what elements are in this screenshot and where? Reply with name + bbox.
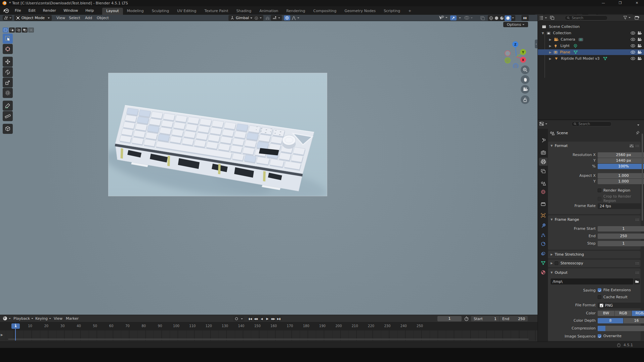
tab-scripting[interactable]: Scripting xyxy=(380,8,404,15)
axis-neg-y-ball[interactable] xyxy=(505,58,510,63)
shading-rendered-button[interactable] xyxy=(505,15,511,21)
playback-menu[interactable]: Playback xyxy=(13,316,33,321)
pause-button[interactable]: ▮▮ xyxy=(521,15,529,21)
proportional-editing-toggle[interactable] xyxy=(284,15,290,20)
tool-cursor[interactable] xyxy=(3,44,13,54)
selectability-visibility-dropdown[interactable] xyxy=(439,15,447,20)
outliner-row-collection[interactable]: ▼ Collection xyxy=(538,30,644,36)
outliner-search[interactable] xyxy=(565,15,608,20)
expand-chevron-icon[interactable]: ▶ xyxy=(549,51,552,54)
panel-drag-dots[interactable] xyxy=(635,145,639,147)
shading-material-preview-button[interactable] xyxy=(499,15,505,21)
panel-frame-range-header[interactable]: ▼Frame Range xyxy=(551,217,579,222)
expand-chevron-icon[interactable]: ▶ xyxy=(549,38,552,41)
menu-render[interactable]: Render xyxy=(39,8,60,13)
panel-drag-dots[interactable] xyxy=(635,218,639,221)
pin-id-icon[interactable] xyxy=(636,131,640,135)
timeline-editor-type-dropdown[interactable] xyxy=(3,316,11,321)
crop-to-render-region-row[interactable]: Crop to Render Region xyxy=(598,194,641,203)
tool-transform[interactable] xyxy=(3,88,13,98)
select-mode-new-icon[interactable] xyxy=(3,28,8,33)
panel-output-header[interactable]: ▼Output xyxy=(551,270,567,275)
collapse-chevron-icon[interactable]: ▼ xyxy=(541,32,545,35)
toggle-xray-icon[interactable] xyxy=(480,16,485,20)
tool-rotate[interactable] xyxy=(3,67,13,77)
maximize-button[interactable]: ❐ xyxy=(614,1,626,5)
pan-viewport-button[interactable] xyxy=(521,75,529,84)
format-presets-icon[interactable] xyxy=(629,144,634,148)
viewport-menu-view[interactable]: View xyxy=(56,16,65,20)
outliner-row-camera[interactable]: ▶ Camera xyxy=(538,37,644,42)
render-region-checkbox[interactable] xyxy=(598,189,601,192)
jump-to-end-button[interactable]: ▶▮ xyxy=(276,316,282,321)
select-mode-invert-icon[interactable] xyxy=(22,28,28,33)
outliner-row-riptide-full-model-v3[interactable]: ▶ Riptide Full Model v3 xyxy=(538,56,644,61)
jump-to-start-button[interactable]: ▮◀ xyxy=(248,316,253,321)
play-reverse-button[interactable]: ◀ xyxy=(259,316,264,321)
timeline-track[interactable]: ▶ xyxy=(0,330,538,341)
auto-keying-toggle[interactable] xyxy=(233,316,244,321)
tab-view-layer-icon[interactable] xyxy=(539,167,548,175)
select-mode-extend-icon[interactable] xyxy=(9,28,15,33)
shading-solid-button[interactable] xyxy=(494,15,499,21)
viewport-menu-add[interactable]: Add xyxy=(85,16,92,20)
outliner-filter-restriction-icon[interactable] xyxy=(550,16,554,20)
properties-scrollbar[interactable] xyxy=(642,134,643,221)
crop-to-render-region-checkbox[interactable] xyxy=(598,197,601,201)
frame-end-header-field[interactable]: End250 xyxy=(500,316,528,321)
tab-sculpting[interactable]: Sculpting xyxy=(148,8,173,15)
tab-modeling[interactable]: Modeling xyxy=(123,8,148,15)
compression-slider[interactable]: 15% xyxy=(598,326,644,331)
outliner-row-light[interactable]: ▶ Light xyxy=(538,43,644,49)
disable-in-renders-camera-icon[interactable] xyxy=(637,50,642,54)
outliner-filter-dropdown[interactable] xyxy=(623,16,631,19)
playhead-frame-badge[interactable]: 1 xyxy=(11,323,20,329)
snap-to-dropdown[interactable] xyxy=(271,15,282,21)
resolution-x-field[interactable]: 2560 px xyxy=(598,152,644,158)
file-extensions-checkbox[interactable] xyxy=(598,288,601,292)
file-format-dropdown[interactable]: PNG xyxy=(598,303,644,308)
color-depth-16-button[interactable]: 16 xyxy=(624,318,644,323)
cache-result-row[interactable]: Cache Result xyxy=(598,295,628,299)
tab-collection-properties-icon[interactable] xyxy=(539,200,548,208)
tab-layout[interactable]: Layout xyxy=(102,8,123,15)
tab-render-icon[interactable] xyxy=(539,148,548,156)
zoom-viewport-button[interactable] xyxy=(521,65,529,74)
timeline-expand-arrow[interactable]: ▶ xyxy=(1,333,3,337)
minimize-button[interactable]: — xyxy=(598,1,609,5)
snap-magnet-icon[interactable] xyxy=(265,16,270,20)
file-extensions-row[interactable]: File Extensions xyxy=(598,288,631,292)
panel-time-stretching[interactable]: ▶Time Stretching xyxy=(548,251,641,258)
disable-in-renders-camera-icon[interactable] xyxy=(637,44,642,48)
select-mode-subtract-icon[interactable] xyxy=(15,28,21,33)
aspect-x-field[interactable]: 1.000 xyxy=(598,173,644,178)
tool-move[interactable] xyxy=(3,57,13,67)
tab-physics-icon[interactable] xyxy=(539,240,548,248)
menu-window[interactable]: Window xyxy=(60,8,82,13)
viewport-menu-select[interactable]: Select xyxy=(69,16,80,20)
panel-format-header[interactable]: ▼Format xyxy=(551,144,568,148)
tab-particles-icon[interactable] xyxy=(539,231,548,239)
output-path-field[interactable]: /tmp\ xyxy=(551,278,633,285)
options-dropdown[interactable]: Options xyxy=(503,22,528,27)
shading-wireframe-button[interactable] xyxy=(488,15,494,21)
panel-drag-dots[interactable] xyxy=(635,262,639,265)
close-button[interactable]: ✕ xyxy=(631,1,643,5)
timeline-marker-menu[interactable]: Marker xyxy=(66,316,79,321)
tab-modifiers-icon[interactable] xyxy=(539,221,548,229)
properties-search-input[interactable] xyxy=(578,122,609,126)
show-overlays-dropdown[interactable] xyxy=(464,16,473,20)
menu-help[interactable]: Help xyxy=(82,8,97,13)
pivot-point-dropdown[interactable] xyxy=(253,15,263,21)
color-depth-8-button[interactable]: 8 xyxy=(598,318,623,323)
tab-world-icon[interactable] xyxy=(539,188,548,196)
disable-in-renders-camera-icon[interactable] xyxy=(637,31,642,35)
current-frame-field[interactable]: 1 xyxy=(437,316,462,321)
frame-end-field[interactable]: 250 xyxy=(598,234,644,239)
outliner-row-plane[interactable]: ▶ Plane xyxy=(538,49,644,55)
tab-compositing[interactable]: Compositing xyxy=(309,8,341,15)
viewport-menu-object[interactable]: Object xyxy=(97,16,109,20)
cache-result-checkbox[interactable] xyxy=(598,295,601,299)
color-bw-button[interactable]: BW xyxy=(598,311,614,316)
use-preview-range-stopwatch-icon[interactable] xyxy=(464,316,469,321)
